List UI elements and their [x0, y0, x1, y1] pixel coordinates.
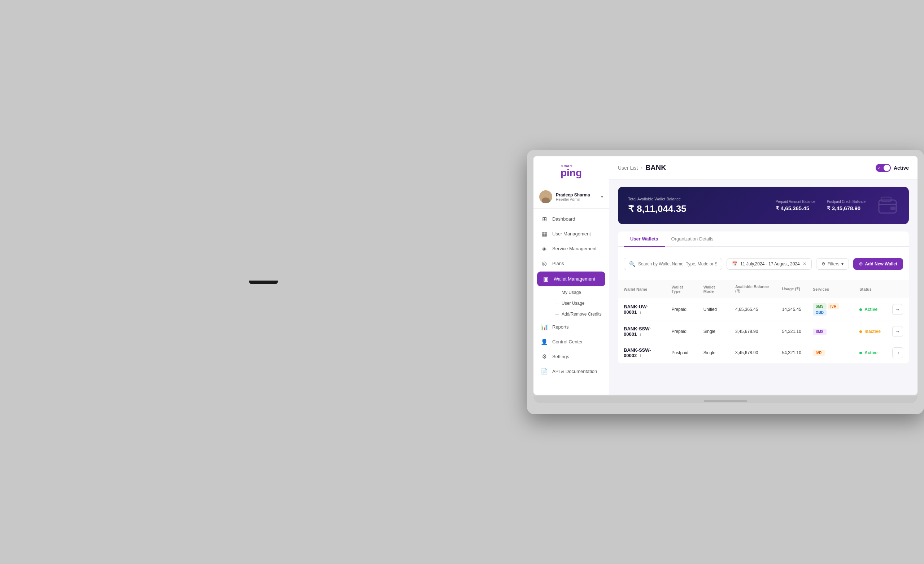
breadcrumb-parent[interactable]: User List: [618, 165, 638, 171]
clear-date-button[interactable]: ✕: [803, 262, 806, 266]
sidebar-item-api-docs[interactable]: 📄 API & Documentation: [534, 364, 609, 379]
status-cell: Inactive: [854, 321, 886, 342]
main-content: User List › BANK ✓ Active Total Av: [609, 156, 918, 395]
sidebar-item-label: API & Documentation: [552, 368, 597, 374]
postpaid-amount: ₹ 3,45,678.90: [827, 205, 866, 212]
wallet-sub-nav: My Usage User Usage Add/Remove Credits: [534, 287, 609, 320]
prepaid-balance: Prepaid Amount Balance ₹ 4,65,365.45: [776, 200, 815, 212]
sidebar-item-user-management[interactable]: ▦ User Management: [534, 226, 609, 241]
col-wallet-name: Wallet Name: [618, 280, 666, 298]
wallets-panel: User Wallets Organization Details 🔍 📅 11…: [618, 232, 909, 364]
tabs-row: User Wallets Organization Details: [618, 232, 909, 247]
date-filter[interactable]: 📅 11 July,2024 - 17 August, 2024 ✕: [727, 258, 812, 270]
table-row: BANK-SSW-00002 ℹ Postpaid Single 3,45,67…: [618, 342, 909, 364]
status-cell: Active: [854, 342, 886, 364]
api-icon: 📄: [541, 368, 548, 375]
postpaid-balance: Postpaid Credit Balance ₹ 3,45,678.90: [827, 200, 866, 212]
sidebar: smart ping Pradeep Sharma Reseller Admin…: [534, 156, 609, 395]
calendar-icon: 📅: [732, 262, 737, 266]
sidebar-item-label: Wallet Management: [554, 276, 595, 282]
breadcrumb-current: BANK: [645, 164, 666, 172]
info-icon[interactable]: ℹ: [640, 353, 641, 358]
col-action: [886, 280, 909, 298]
wallet-icon: ▣: [542, 275, 549, 282]
usage-cell: 14,345.45: [776, 298, 807, 321]
sidebar-item-dashboard[interactable]: ⊞ Dashboard: [534, 212, 609, 226]
search-input[interactable]: [638, 262, 717, 266]
plus-icon: ⊕: [859, 262, 862, 266]
active-label: Active: [894, 165, 909, 171]
sidebar-item-label: Plans: [552, 261, 564, 266]
sidebar-item-reports[interactable]: 📊 Reports: [534, 320, 609, 334]
wallet-type-cell: Prepaid: [666, 298, 698, 321]
sub-nav-label: My Usage: [562, 290, 581, 295]
controls-row: 🔍 📅 11 July,2024 - 17 August, 2024 ✕ ⚙ F…: [618, 253, 909, 274]
services-cell: SMSIVROBD: [807, 298, 854, 321]
sidebar-item-plans[interactable]: ◎ Plans: [534, 256, 609, 271]
table-row: BANK-SSW-00001 ℹ Prepaid Single 3,45,678…: [618, 321, 909, 342]
logo-main: ping: [561, 168, 582, 178]
sub-nav-label: Add/Remove Credits: [562, 311, 602, 317]
total-balance-label: Total Available Wallet Balance: [628, 197, 687, 201]
plans-icon: ◎: [541, 260, 548, 267]
sidebar-item-service-management[interactable]: ◈ Service Management: [534, 241, 609, 256]
wallet-mode-cell: Single: [698, 321, 729, 342]
sidebar-item-label: Reports: [552, 324, 569, 330]
balance-card: Total Available Wallet Balance ₹ 8,11,04…: [618, 186, 909, 224]
wallet-name-cell: BANK-SSW-00002 ℹ: [618, 342, 666, 364]
user-management-icon: ▦: [541, 230, 548, 237]
row-action-button[interactable]: →: [892, 304, 903, 315]
add-btn-label: Add New Wallet: [865, 262, 897, 266]
active-toggle[interactable]: ✓: [876, 164, 891, 172]
sidebar-item-my-usage[interactable]: My Usage: [549, 287, 609, 298]
row-action-button[interactable]: →: [892, 326, 903, 337]
service-badge-sms: SMS: [813, 303, 826, 310]
action-cell[interactable]: →: [886, 321, 909, 342]
user-name: Pradeep Sharma: [556, 193, 597, 197]
search-icon: 🔍: [629, 261, 635, 267]
table-row: BANK-UW-00001 ℹ Prepaid Unified 4,65,365…: [618, 298, 909, 321]
nav-items: ⊞ Dashboard ▦ User Management ◈ Service …: [534, 209, 609, 395]
sidebar-item-label: Control Center: [552, 339, 583, 344]
total-balance-amount: ₹ 8,11,044.35: [628, 203, 687, 215]
wallet-decor-icon: [877, 195, 899, 216]
filter-button[interactable]: ⚙ Filters ▾: [816, 258, 849, 270]
action-cell[interactable]: →: [886, 298, 909, 321]
search-box[interactable]: 🔍: [624, 258, 722, 270]
svg-rect-1: [890, 206, 896, 210]
info-icon[interactable]: ℹ: [640, 310, 641, 314]
balance-left: Total Available Wallet Balance ₹ 8,11,04…: [628, 197, 687, 215]
sidebar-item-user-usage[interactable]: User Usage: [549, 298, 609, 309]
filter-icon: ⚙: [822, 262, 825, 266]
action-cell[interactable]: →: [886, 342, 909, 364]
tab-org-details[interactable]: Organization Details: [665, 232, 720, 247]
user-info: Pradeep Sharma Reseller Admin: [556, 193, 597, 202]
sub-nav-label: User Usage: [562, 301, 584, 306]
usage-cell: 54,321.10: [776, 321, 807, 342]
info-icon[interactable]: ℹ: [640, 332, 641, 337]
services-cell: SMS: [807, 321, 854, 342]
prepaid-amount: ₹ 4,65,365.45: [776, 205, 815, 212]
col-services: Services: [807, 280, 854, 298]
tab-user-wallets[interactable]: User Wallets: [624, 232, 665, 247]
sidebar-item-control-center[interactable]: 👤 Control Center: [534, 334, 609, 349]
sidebar-item-wallet-management[interactable]: ▣ Wallet Management: [537, 272, 605, 286]
sidebar-item-label: Service Management: [552, 246, 597, 251]
usage-cell: 54,321.10: [776, 342, 807, 364]
col-available-balance: Available Balance (₹): [729, 280, 776, 298]
add-new-wallet-button[interactable]: ⊕ Add New Wallet: [853, 258, 903, 270]
online-indicator: [549, 200, 552, 203]
wallet-type-cell: Prepaid: [666, 321, 698, 342]
col-usage: Usage (₹): [776, 280, 807, 298]
available-balance-cell: 3,45,678.90: [729, 342, 776, 364]
top-bar: User List › BANK ✓ Active: [609, 156, 918, 179]
user-profile[interactable]: Pradeep Sharma Reseller Admin ▾: [534, 185, 609, 209]
date-range-label: 11 July,2024 - 17 August, 2024: [740, 262, 800, 266]
status-badge: Inactive: [860, 329, 880, 334]
sidebar-item-add-remove-credits[interactable]: Add/Remove Credits: [549, 309, 609, 320]
breadcrumb-separator: ›: [640, 165, 642, 171]
row-action-button[interactable]: →: [892, 347, 903, 358]
sidebar-item-settings[interactable]: ⚙ Settings: [534, 349, 609, 364]
available-balance-cell: 4,65,365.45: [729, 298, 776, 321]
wallet-type-cell: Postpaid: [666, 342, 698, 364]
